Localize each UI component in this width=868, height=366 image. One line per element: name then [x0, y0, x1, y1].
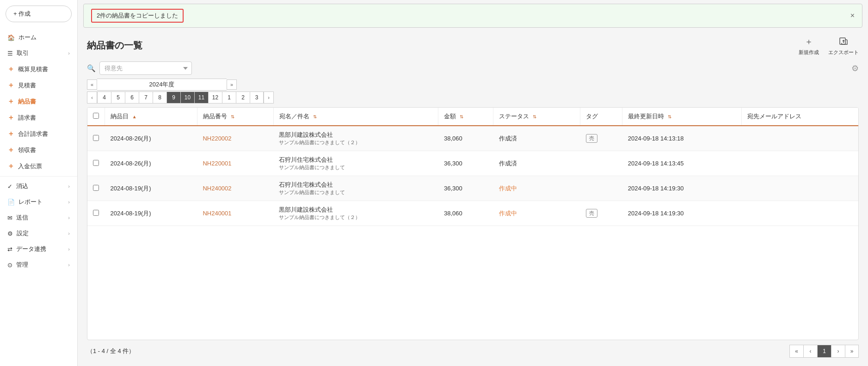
sidebar-item-label: 入金伝票 [18, 162, 42, 171]
sidebar-item-data-link[interactable]: ⇄ データ連携 › [0, 241, 77, 257]
month-3[interactable]: 3 [250, 92, 264, 104]
chevron-right-icon: › [68, 246, 70, 252]
prev-year-button[interactable]: « [87, 79, 97, 90]
table-row[interactable]: 2024-08-26(月) NH220002 黒部川建設株式会社 サンプル納品書… [87, 126, 858, 151]
chevron-right-icon: › [68, 215, 70, 220]
row-checkbox[interactable] [93, 185, 99, 191]
page-header: 納品書の一覧 ＋ 新規作成 エクスポート [78, 28, 868, 60]
row-updated: 2024-09-18 14:13:45 [622, 151, 742, 176]
table-row[interactable]: 2024-08-19(月) NH240001 黒部川建設株式会社 サンプル納品書… [87, 201, 858, 226]
row-amount: 36,300 [438, 176, 493, 201]
last-page-button[interactable]: » [845, 345, 859, 358]
sidebar-item-home[interactable]: 🏠 ホーム [0, 30, 77, 45]
row-status: 作成済 [493, 126, 580, 151]
sidebar-item-payment-slip[interactable]: ＋ 入金伝票 [0, 158, 77, 174]
month-9[interactable]: 9 [166, 92, 180, 104]
sidebar-item-label: 領収書 [18, 146, 36, 154]
plus-icon: ＋ [802, 35, 815, 48]
sidebar-item-transactions[interactable]: ☰ 取引 › [0, 45, 77, 61]
first-page-button[interactable]: « [789, 345, 803, 358]
sidebar: + 作成 🏠 ホーム ☰ 取引 › ＋ 概算見積書 ＋ 見積書 ＋ 納品書 [0, 0, 78, 366]
row-checkbox-cell[interactable] [87, 126, 105, 151]
col-date[interactable]: 納品日 ▲ [105, 108, 197, 126]
row-checkbox[interactable] [93, 135, 99, 141]
month-7[interactable]: 7 [139, 92, 153, 104]
month-6[interactable]: 6 [125, 92, 139, 104]
month-4[interactable]: 4 [97, 92, 111, 104]
row-number[interactable]: NH240001 [197, 201, 273, 226]
select-all-header[interactable] [87, 108, 105, 126]
sidebar-item-quote[interactable]: ＋ 見積書 [0, 77, 77, 93]
prev-month-button[interactable]: ‹ [87, 92, 97, 104]
sidebar-item-combined-invoice[interactable]: ＋ 合計請求書 [0, 126, 77, 142]
sidebar-item-label: 請求書 [18, 114, 36, 122]
month-5[interactable]: 5 [111, 92, 125, 104]
sidebar-item-report[interactable]: 📄 レポート › [0, 194, 77, 210]
row-number[interactable]: NH220002 [197, 126, 273, 151]
filter-area: 🔍 得意先 ⚙ [78, 60, 868, 79]
sidebar-item-label: 送信 [16, 214, 28, 222]
sidebar-item-label: 管理 [16, 261, 28, 269]
col-updated[interactable]: 最終更新日時 ⇅ [622, 108, 742, 126]
month-12[interactable]: 12 [208, 92, 222, 104]
page-title: 納品書の一覧 [87, 39, 142, 52]
col-email[interactable]: 宛先メールアドレス [742, 108, 858, 126]
divider [0, 176, 77, 177]
row-name: 石狩川住宅株式会社 サンプル納品書につきまして [273, 176, 438, 201]
table-row[interactable]: 2024-08-26(月) NH220001 石狩川住宅株式会社 サンプル納品書… [87, 151, 858, 176]
row-amount: 36,300 [438, 151, 493, 176]
row-date: 2024-08-26(月) [105, 126, 197, 151]
plus-icon: ＋ [7, 146, 14, 154]
sidebar-item-reconciliation[interactable]: ✓ 消込 › [0, 178, 77, 194]
col-tag[interactable]: タグ [580, 108, 622, 126]
row-company: 黒部川建設株式会社 [279, 206, 432, 214]
row-checkbox-cell[interactable] [87, 201, 105, 226]
next-page-button[interactable]: › [831, 345, 845, 358]
row-checkbox[interactable] [93, 210, 99, 216]
month-10[interactable]: 10 [180, 92, 194, 104]
sidebar-item-label: 消込 [16, 182, 28, 190]
gear-icon: ⚙ [7, 230, 13, 237]
month-11[interactable]: 11 [194, 92, 208, 104]
next-month-button[interactable]: › [264, 92, 274, 104]
row-name: 黒部川建設株式会社 サンプル納品書につきまして（２） [273, 126, 438, 151]
plus-icon: ＋ [7, 81, 14, 90]
col-amount[interactable]: 金額 ⇅ [438, 108, 493, 126]
sidebar-item-estimate[interactable]: ＋ 概算見積書 [0, 61, 77, 77]
row-number[interactable]: NH240002 [197, 176, 273, 201]
month-8[interactable]: 8 [153, 92, 166, 104]
table-settings-icon[interactable]: ⚙ [851, 63, 859, 73]
home-icon: 🏠 [7, 34, 15, 41]
sidebar-item-delivery[interactable]: ＋ 納品書 [0, 93, 77, 110]
sidebar-item-receipt[interactable]: ＋ 領収書 [0, 142, 77, 158]
col-name[interactable]: 宛名／件名 ⇅ [273, 108, 438, 126]
row-date: 2024-08-19(月) [105, 201, 197, 226]
current-page-button[interactable]: 1 [817, 345, 831, 358]
sidebar-item-send[interactable]: ✉ 送信 › [0, 210, 77, 226]
table-row[interactable]: 2024-08-19(月) NH240002 石狩川住宅株式会社 サンプル納品書… [87, 176, 858, 201]
month-2[interactable]: 2 [236, 92, 250, 104]
recipient-filter[interactable]: 得意先 [99, 61, 192, 75]
row-number[interactable]: NH220001 [197, 151, 273, 176]
export-button[interactable]: エクスポート [828, 35, 859, 56]
row-checkbox-cell[interactable] [87, 151, 105, 176]
sidebar-item-admin[interactable]: ⊙ 管理 › [0, 257, 77, 273]
prev-page-button[interactable]: ‹ [803, 345, 817, 358]
select-all-checkbox[interactable] [93, 113, 99, 119]
row-tag: 売 [580, 201, 622, 226]
next-year-button[interactable]: » [227, 79, 237, 90]
row-updated: 2024-09-18 14:19:30 [622, 201, 742, 226]
create-button[interactable]: + 作成 [6, 6, 72, 22]
new-create-button[interactable]: ＋ 新規作成 [799, 35, 819, 56]
sidebar-item-invoice[interactable]: ＋ 請求書 [0, 110, 77, 126]
row-checkbox-cell[interactable] [87, 176, 105, 201]
toast-close-button[interactable]: × [850, 12, 855, 20]
data-link-icon: ⇄ [7, 246, 12, 253]
chevron-right-icon: › [68, 183, 70, 189]
search-icon: 🔍 [87, 64, 96, 73]
col-number[interactable]: 納品番号 ⇅ [197, 108, 273, 126]
month-1[interactable]: 1 [222, 92, 236, 104]
row-checkbox[interactable] [93, 160, 99, 166]
col-status[interactable]: ステータス ⇅ [493, 108, 580, 126]
sidebar-item-settings[interactable]: ⚙ 設定 › [0, 226, 77, 241]
